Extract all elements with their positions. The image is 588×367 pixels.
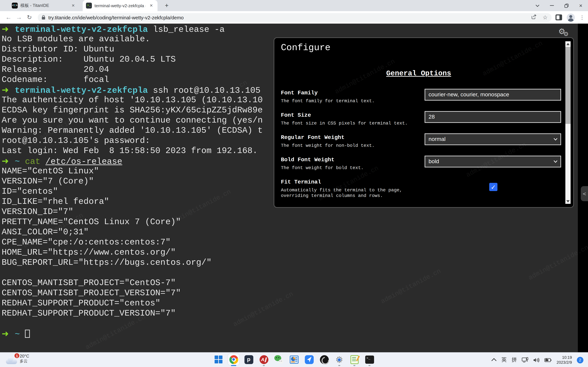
- section-heading: General Options: [274, 69, 563, 78]
- wechat-icon: [274, 355, 284, 364]
- obs-icon: [320, 355, 329, 364]
- selected-value: bold: [429, 158, 439, 165]
- fit-terminal-desc: Automatically fits the terminal to the p…: [281, 187, 563, 199]
- p-app-icon: p: [244, 355, 253, 364]
- windows-logo-icon: [215, 356, 223, 363]
- terminal-cursor: [25, 330, 30, 338]
- chrome-icon: [229, 355, 238, 364]
- chart-app-icon: [290, 355, 298, 364]
- p-app-button[interactable]: p: [243, 354, 254, 365]
- clock[interactable]: 10:19 2023/2/9: [557, 355, 572, 365]
- tray-time: 10:19: [557, 355, 572, 360]
- font-family-row: Font Family The font family for terminal…: [281, 90, 563, 104]
- settings-gears-icon[interactable]: ⚙⚙: [558, 27, 569, 37]
- obs-app-button[interactable]: [319, 354, 330, 365]
- weather-badge: 1: [14, 353, 20, 359]
- display-cast-icon[interactable]: [522, 357, 528, 363]
- notepad-icon: [350, 355, 358, 364]
- wetty-page: ➜ terminal-wetty-v2-zekfcpla lsb_release…: [0, 24, 588, 352]
- chevron-down-icon: [553, 138, 557, 141]
- back-button[interactable]: ←: [3, 14, 14, 21]
- red-a-app-icon: A∥: [259, 355, 268, 364]
- gear-icon: ⚙: [335, 355, 343, 364]
- tray-chevron-up-icon[interactable]: [492, 358, 497, 363]
- window-menu-chevron-icon[interactable]: [530, 0, 545, 11]
- profile-avatar[interactable]: [567, 13, 575, 21]
- font-size-row: Font Size The font size in CSS pixels fo…: [281, 112, 563, 126]
- start-button[interactable]: [213, 354, 224, 365]
- settings-app-button[interactable]: ⚙: [334, 354, 345, 365]
- window-controls: ✕: [530, 0, 588, 11]
- tab-close-icon[interactable]: ✕: [148, 3, 154, 8]
- dialog-title: Configure: [281, 43, 330, 53]
- bold-font-weight-select[interactable]: bold: [424, 156, 561, 167]
- tab-title: 模板 - TitanIDE: [20, 3, 68, 8]
- windows-taskbar: 1 20°C 多云 p A∥ ⚙ >_ 英 拼: [0, 352, 588, 367]
- fit-terminal-row: Fit Terminal Automatically fits the term…: [281, 179, 563, 199]
- tab-close-icon[interactable]: ✕: [70, 3, 76, 8]
- side-panel-icon[interactable]: [555, 14, 562, 20]
- regular-font-weight-select[interactable]: normal: [424, 133, 561, 145]
- tab-terminal-wetty[interactable]: >_ terminal-wetty-v2-zekfcpla - T ✕: [83, 0, 157, 11]
- terminal-output: ➜ terminal-wetty-v2-zekfcpla lsb_release…: [2, 24, 263, 339]
- configure-dialog: Configure General Options Font Family Th…: [274, 37, 574, 208]
- scroll-down-icon[interactable]: [565, 199, 571, 204]
- notification-badge[interactable]: 2: [577, 357, 583, 363]
- browser-toolbar: ← → ↻ try.titanide.cn/ide/web/coding/ter…: [0, 11, 588, 24]
- url-text[interactable]: try.titanide.cn/ide/web/coding/terminal-…: [48, 15, 529, 20]
- tab-title: terminal-wetty-v2-zekfcpla - T: [95, 3, 146, 8]
- terminal-app-button[interactable]: >_: [364, 354, 375, 365]
- selected-value: normal: [429, 136, 446, 142]
- battery-icon[interactable]: [545, 358, 552, 362]
- drawer-collapse-tab[interactable]: <: [581, 186, 588, 201]
- titanide-favicon-icon: <t>: [12, 3, 18, 8]
- dialog-scrollbar[interactable]: [565, 41, 571, 204]
- bold-font-weight-row: Bold Font Weight The font weight for bol…: [281, 157, 563, 171]
- close-window-button[interactable]: ✕: [574, 0, 588, 11]
- lang-en-indicator[interactable]: 英: [502, 357, 507, 363]
- share-icon[interactable]: [531, 14, 537, 21]
- tray-date: 2023/2/9: [557, 360, 572, 365]
- address-bar[interactable]: try.titanide.cn/ide/web/coding/terminal-…: [38, 13, 552, 22]
- fit-terminal-checkbox[interactable]: ✓: [489, 183, 497, 191]
- forward-button[interactable]: →: [14, 14, 24, 21]
- chart-app-button[interactable]: [288, 354, 300, 365]
- minimize-button[interactable]: [545, 0, 559, 11]
- scroll-up-icon[interactable]: [565, 41, 571, 47]
- lang-pinyin-indicator[interactable]: 拼: [512, 357, 517, 363]
- weather-temp: 20°C: [20, 354, 29, 359]
- new-tab-button[interactable]: +: [163, 2, 171, 9]
- taskbar-apps: p A∥ ⚙ >_: [213, 354, 375, 365]
- cmd-icon: >_: [365, 355, 374, 364]
- notepad-app-button[interactable]: [349, 354, 360, 365]
- lock-icon[interactable]: [42, 15, 45, 20]
- browser-menu-icon[interactable]: ⋮: [579, 14, 585, 20]
- chevron-down-icon: [553, 160, 557, 163]
- fit-terminal-label: Fit Terminal: [281, 179, 563, 185]
- font-size-input[interactable]: [424, 111, 561, 123]
- weather-widget[interactable]: 1 20°C 多云: [6, 354, 29, 364]
- browser-tab-strip: <t> 模板 - TitanIDE ✕ >_ terminal-wetty-v2…: [0, 0, 588, 11]
- terminal-favicon-icon: >_: [86, 3, 92, 8]
- weather-condition: 多云: [20, 359, 29, 364]
- dingtalk-icon: [305, 355, 313, 364]
- toolbar-right: ⋮: [555, 13, 588, 21]
- reload-button[interactable]: ↻: [24, 14, 35, 21]
- volume-icon[interactable]: [533, 357, 540, 363]
- chrome-app-button[interactable]: [228, 354, 239, 365]
- restore-button[interactable]: [559, 0, 574, 11]
- wechat-app-button[interactable]: [273, 354, 285, 365]
- regular-font-weight-row: Regular Font Weight The font weight for …: [281, 134, 563, 149]
- system-tray: 英 拼 10:19 2023/2/9 2: [493, 353, 583, 367]
- bookmark-star-icon[interactable]: ☆: [543, 14, 548, 21]
- font-family-input[interactable]: [424, 89, 561, 100]
- scrollbar-thumb[interactable]: [565, 47, 571, 124]
- tab-titanide[interactable]: <t> 模板 - TitanIDE ✕: [9, 0, 79, 11]
- dingtalk-app-button[interactable]: [303, 354, 315, 365]
- cloud-icon: 1: [6, 356, 17, 364]
- red-a-app-button[interactable]: A∥: [258, 354, 269, 365]
- screen: <t> 模板 - TitanIDE ✕ >_ terminal-wetty-v2…: [0, 0, 588, 367]
